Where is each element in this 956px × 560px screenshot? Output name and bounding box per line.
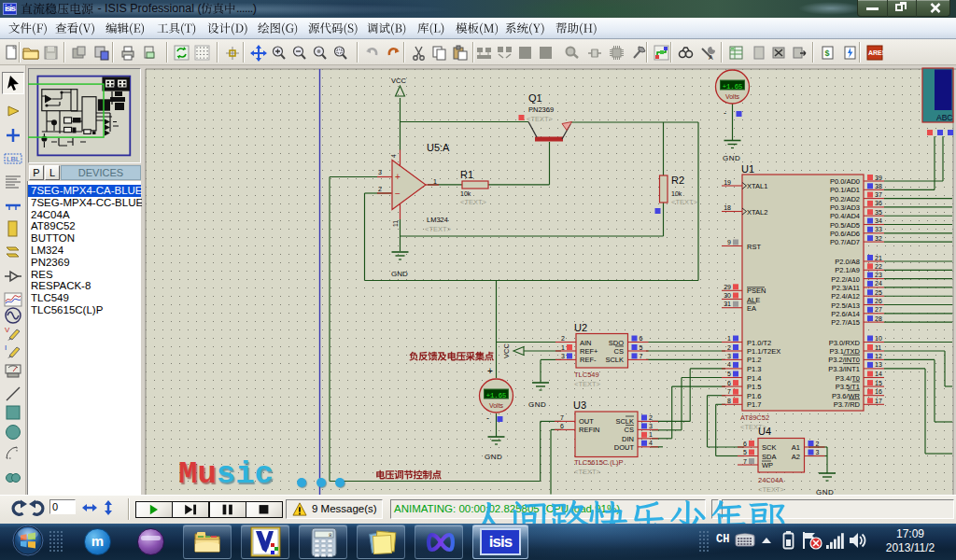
svg-text:26: 26	[875, 298, 882, 304]
svg-text:Volts: Volts	[489, 402, 504, 409]
svg-text:R1: R1	[460, 169, 473, 180]
svg-text:25: 25	[875, 289, 882, 296]
svg-text:<TEXT>: <TEXT>	[460, 198, 487, 206]
svg-text:P1.4: P1.4	[747, 374, 761, 383]
svg-text:-: -	[724, 108, 726, 118]
svg-text:6: 6	[560, 423, 564, 429]
svg-text:27: 27	[875, 306, 882, 313]
svg-text:6: 6	[640, 335, 643, 342]
svg-text:P0.1/AD1: P0.1/AD1	[830, 186, 860, 194]
svg-text:P1.1/T2EX: P1.1/T2EX	[747, 347, 780, 356]
svg-text:+: +	[395, 172, 401, 182]
svg-text:13: 13	[875, 361, 882, 368]
svg-text:GND: GND	[528, 400, 546, 409]
svg-text:OUT: OUT	[579, 417, 594, 426]
svg-text:5: 5	[743, 449, 747, 455]
svg-text:1: 1	[649, 431, 653, 438]
svg-text:P1.0/T2: P1.0/T2	[747, 339, 771, 347]
svg-text:U5:A: U5:A	[427, 142, 450, 153]
svg-text:8: 8	[329, 532, 332, 539]
svg-text:P0.6/AD6: P0.6/AD6	[830, 230, 860, 238]
svg-text:P2.3/A11: P2.3/A11	[832, 284, 860, 292]
svg-text:PN2369: PN2369	[528, 105, 554, 114]
svg-text:11: 11	[392, 220, 399, 227]
svg-text:10k: 10k	[671, 190, 682, 197]
svg-text:P2.7/A15: P2.7/A15	[831, 318, 860, 327]
svg-text:P1.3: P1.3	[747, 365, 761, 373]
svg-text:2: 2	[816, 441, 820, 447]
svg-text:$: $	[825, 49, 830, 58]
svg-text:28: 28	[875, 315, 882, 322]
svg-text:36: 36	[875, 200, 882, 206]
svg-text:5: 5	[727, 371, 731, 377]
svg-text:P2.4/A12: P2.4/A12	[831, 292, 860, 301]
svg-text:A1: A1	[792, 443, 800, 452]
svg-text:17: 17	[875, 398, 882, 404]
svg-text:30: 30	[724, 292, 731, 299]
svg-text:14: 14	[875, 371, 882, 377]
svg-text:39: 39	[875, 175, 882, 181]
svg-text:TLC549: TLC549	[574, 371, 599, 379]
svg-text:CS: CS	[625, 426, 634, 434]
svg-text:4: 4	[727, 361, 731, 368]
svg-text:ARES: ARES	[868, 49, 883, 56]
svg-text:−: −	[395, 189, 401, 199]
svg-text:P1.7: P1.7	[747, 400, 761, 409]
svg-text:2: 2	[561, 335, 565, 342]
svg-text:3: 3	[561, 353, 565, 359]
svg-text:Volts: Volts	[725, 93, 740, 100]
svg-text:P3.1/TXD: P3.1/TXD	[829, 347, 860, 356]
svg-text:4: 4	[649, 440, 653, 446]
svg-text:32: 32	[875, 235, 882, 242]
svg-text:3: 3	[727, 353, 731, 359]
svg-text:24C04A: 24C04A	[758, 476, 783, 484]
svg-text:-: -	[486, 413, 489, 423]
svg-text:SCLK: SCLK	[605, 356, 624, 364]
svg-text:+: +	[487, 366, 493, 376]
svg-text:TLC5615C (L)P: TLC5615C (L)P	[574, 458, 624, 467]
svg-text:V: V	[5, 326, 10, 334]
svg-text:12: 12	[875, 353, 882, 359]
svg-text:P3.5/T1: P3.5/T1	[836, 383, 860, 391]
svg-text:+1.65: +1.65	[723, 83, 743, 91]
svg-text:<TEXT>: <TEXT>	[574, 468, 601, 476]
svg-text:15: 15	[875, 380, 882, 386]
svg-text:16: 16	[875, 388, 882, 395]
svg-text:38: 38	[875, 183, 882, 189]
svg-text:PSEN: PSEN	[747, 287, 766, 295]
svg-text:AIN: AIN	[580, 339, 592, 347]
svg-text:P3.4/T0: P3.4/T0	[836, 374, 860, 383]
svg-text:5: 5	[640, 344, 643, 351]
svg-text:U3: U3	[573, 399, 586, 411]
svg-text:24: 24	[875, 280, 882, 287]
svg-text:REFIN: REFIN	[579, 426, 600, 434]
svg-text:11: 11	[875, 344, 881, 351]
svg-text:DOUT: DOUT	[614, 443, 635, 452]
svg-text:P3.2/INT0: P3.2/INT0	[828, 356, 860, 364]
svg-text:9: 9	[727, 239, 731, 245]
svg-text:Q1: Q1	[528, 92, 542, 104]
svg-text:LBL: LBL	[7, 155, 21, 163]
svg-text:35: 35	[875, 209, 882, 216]
svg-text:P2.1/A9: P2.1/A9	[835, 266, 860, 274]
svg-text:VCC: VCC	[502, 343, 511, 358]
svg-text:18: 18	[724, 204, 731, 211]
svg-text:ALE: ALE	[747, 296, 760, 304]
svg-text:8: 8	[727, 398, 731, 404]
svg-text:P2.6/A14: P2.6/A14	[831, 310, 860, 318]
svg-text:GND: GND	[723, 154, 740, 162]
svg-text:3: 3	[816, 449, 820, 455]
svg-text:XTAL2: XTAL2	[747, 208, 767, 217]
svg-text:1: 1	[433, 178, 437, 185]
svg-text:22: 22	[875, 263, 882, 270]
svg-text:REF-: REF-	[580, 356, 597, 364]
svg-text:U2: U2	[574, 322, 587, 333]
svg-text:SDA: SDA	[762, 453, 776, 461]
svg-text:P3.6/WR: P3.6/WR	[832, 392, 861, 400]
svg-text:3: 3	[378, 169, 382, 175]
svg-text:P0.3/AD3: P0.3/AD3	[830, 203, 860, 212]
svg-text:RST: RST	[747, 243, 761, 251]
svg-text:VCC: VCC	[391, 77, 406, 85]
svg-text:7: 7	[640, 353, 643, 359]
svg-text:6: 6	[727, 380, 731, 386]
